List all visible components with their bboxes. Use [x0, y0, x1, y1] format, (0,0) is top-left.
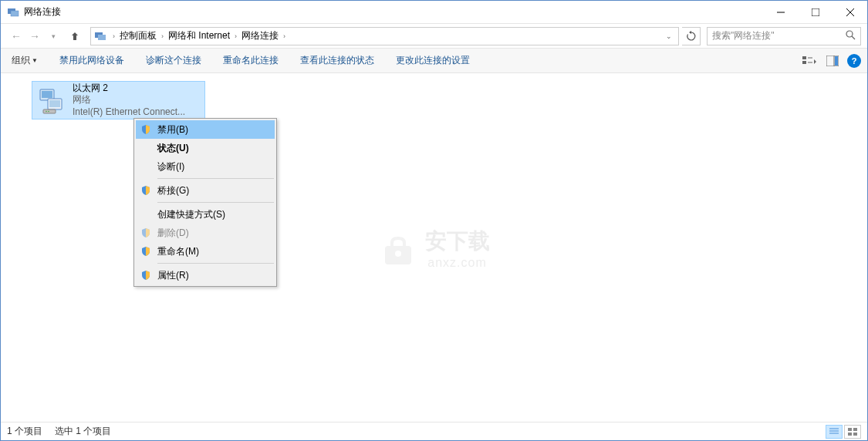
menu-properties[interactable]: 属性(R)	[136, 266, 275, 284]
svg-rect-18	[42, 91, 52, 98]
menu-separator	[157, 202, 274, 203]
menu-disable[interactable]: 禁用(B)	[136, 120, 275, 139]
svg-rect-29	[853, 428, 857, 431]
svg-rect-16	[835, 56, 838, 66]
menu-delete: 删除(D)	[136, 224, 275, 242]
breadcrumb-item[interactable]: 网络连接	[240, 29, 280, 42]
back-button[interactable]: ←	[7, 27, 25, 45]
breadcrumb-item[interactable]: 网络和 Internet	[167, 29, 231, 42]
shield-icon	[140, 270, 151, 281]
connection-name: 以太网 2	[73, 82, 185, 95]
svg-rect-3	[812, 8, 819, 16]
maximize-button[interactable]	[798, 1, 833, 24]
menu-separator	[157, 178, 274, 179]
svg-point-22	[46, 111, 47, 113]
shield-icon	[140, 227, 151, 238]
selected-count: 选中 1 个项目	[55, 425, 111, 438]
chevron-right-icon[interactable]: ›	[113, 32, 115, 40]
svg-rect-21	[43, 109, 56, 113]
view-status-button[interactable]: 查看此连接的状态	[296, 54, 379, 67]
ethernet-icon	[34, 83, 68, 117]
svg-rect-31	[853, 433, 857, 436]
connection-status: 网络	[73, 94, 185, 106]
connection-details: 以太网 2 网络 Intel(R) Ethernet Connect...	[73, 82, 185, 119]
breadcrumb[interactable]: › 控制面板 › 网络和 Internet › 网络连接 › ⌄	[90, 27, 679, 45]
menu-separator	[157, 263, 274, 264]
menu-bridge[interactable]: 桥接(G)	[136, 181, 275, 200]
breadcrumb-dropdown[interactable]: ⌄	[663, 32, 675, 40]
navigation-bar: ← → ▾ › 控制面板 › 网络和 Internet › 网络连接 › ⌄ 搜…	[1, 24, 867, 49]
chevron-right-icon[interactable]: ›	[235, 32, 237, 40]
network-connection-item[interactable]: 以太网 2 网络 Intel(R) Ethernet Connect...	[32, 81, 205, 120]
forward-button[interactable]: →	[25, 27, 44, 45]
search-icon[interactable]	[846, 30, 856, 42]
context-menu: 禁用(B) 状态(U) 诊断(I) 桥接(G) 创建快捷方式(S) 删除(D) …	[133, 118, 277, 287]
app-icon	[7, 6, 19, 19]
breadcrumb-item[interactable]: 控制面板	[118, 29, 158, 42]
preview-pane-button[interactable]	[824, 52, 841, 69]
shield-icon	[140, 246, 151, 257]
menu-status[interactable]: 状态(U)	[136, 139, 275, 157]
breadcrumb-icon	[94, 30, 106, 42]
search-input[interactable]: 搜索"网络连接"	[707, 27, 861, 45]
item-count: 1 个项目	[7, 425, 42, 438]
watermark: 安下载 anxz.com	[379, 227, 490, 270]
connection-device: Intel(R) Ethernet Connect...	[73, 106, 185, 119]
content-area: 以太网 2 网络 Intel(R) Ethernet Connect... 禁用…	[1, 73, 867, 422]
icons-view-button[interactable]	[844, 425, 861, 439]
menu-diagnose[interactable]: 诊断(I)	[136, 157, 275, 176]
diagnose-button[interactable]: 诊断这个连接	[141, 54, 206, 67]
rename-button[interactable]: 重命名此连接	[218, 54, 283, 67]
minimize-button[interactable]	[763, 1, 798, 24]
details-view-button[interactable]	[826, 425, 843, 439]
svg-point-8	[846, 31, 853, 37]
up-button[interactable]	[66, 27, 84, 45]
change-settings-button[interactable]: 更改此连接的设置	[391, 54, 475, 67]
svg-rect-11	[802, 61, 806, 64]
disable-device-button[interactable]: 禁用此网络设备	[55, 54, 129, 67]
recent-dropdown[interactable]: ▾	[44, 27, 62, 45]
svg-point-23	[48, 111, 49, 113]
chevron-right-icon[interactable]: ›	[161, 32, 164, 40]
svg-rect-10	[802, 56, 806, 59]
shield-icon	[140, 185, 151, 196]
titlebar: 网络连接	[1, 1, 867, 24]
svg-line-9	[852, 36, 855, 39]
shield-icon	[140, 124, 151, 135]
window-title: 网络连接	[24, 5, 763, 19]
titlebar-controls	[763, 1, 867, 24]
menu-rename[interactable]: 重命名(M)	[136, 242, 275, 261]
toolbar: 组织▼ 禁用此网络设备 诊断这个连接 重命名此连接 查看此连接的状态 更改此连接…	[1, 49, 867, 73]
chevron-right-icon[interactable]: ›	[283, 32, 285, 40]
search-placeholder: 搜索"网络连接"	[712, 29, 775, 42]
svg-point-24	[395, 251, 401, 257]
svg-rect-7	[98, 35, 106, 40]
svg-rect-28	[848, 428, 852, 431]
svg-rect-20	[49, 100, 60, 107]
statusbar: 1 个项目 选中 1 个项目	[1, 422, 867, 440]
svg-rect-30	[848, 433, 852, 436]
organize-button[interactable]: 组织▼	[7, 54, 42, 67]
help-button[interactable]: ?	[847, 54, 861, 68]
view-options-button[interactable]	[801, 52, 818, 69]
close-button[interactable]	[833, 1, 867, 24]
svg-rect-1	[11, 11, 19, 16]
refresh-button[interactable]	[682, 27, 701, 45]
menu-shortcut[interactable]: 创建快捷方式(S)	[136, 205, 275, 224]
